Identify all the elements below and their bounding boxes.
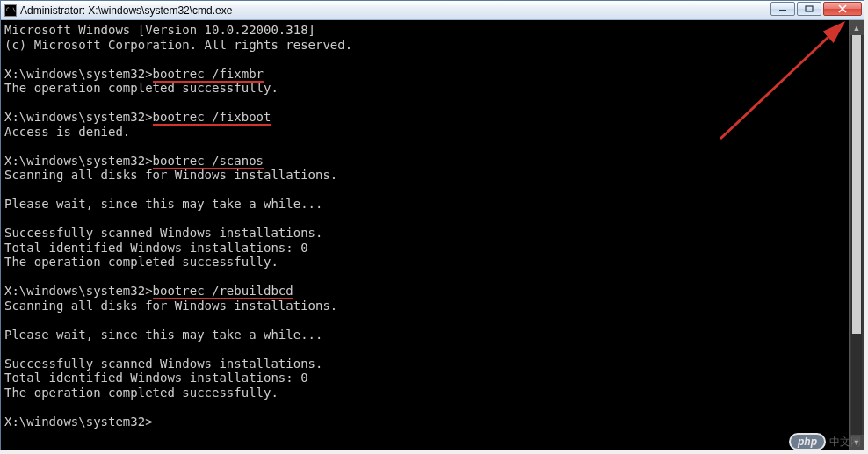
vertical-scrollbar[interactable]: ▲ ▼ — [849, 20, 864, 450]
title-bar[interactable]: Administrator: X:\windows\system32\cmd.e… — [1, 1, 864, 20]
terminal-area: Microsoft Windows [Version 10.0.22000.31… — [1, 20, 864, 450]
watermark-badge: php — [789, 433, 826, 450]
scroll-up-arrow[interactable]: ▲ — [850, 20, 864, 35]
close-button[interactable] — [823, 2, 862, 16]
svg-rect-0 — [779, 10, 786, 11]
watermark: php 中文网 — [789, 433, 861, 450]
minimize-button[interactable] — [770, 2, 795, 16]
svg-rect-1 — [806, 6, 813, 11]
window-title: Administrator: X:\windows\system32\cmd.e… — [20, 4, 232, 17]
cmd-app-icon — [4, 4, 17, 17]
scroll-thumb[interactable] — [852, 35, 861, 334]
minimize-icon — [778, 5, 787, 12]
cmd-window: Administrator: X:\windows\system32\cmd.e… — [0, 0, 864, 450]
maximize-button[interactable] — [797, 2, 821, 16]
maximize-icon — [805, 5, 814, 12]
close-icon — [837, 4, 848, 13]
watermark-text: 中文网 — [829, 435, 861, 450]
terminal-output[interactable]: Microsoft Windows [Version 10.0.22000.31… — [1, 20, 849, 450]
window-controls — [769, 1, 864, 19]
